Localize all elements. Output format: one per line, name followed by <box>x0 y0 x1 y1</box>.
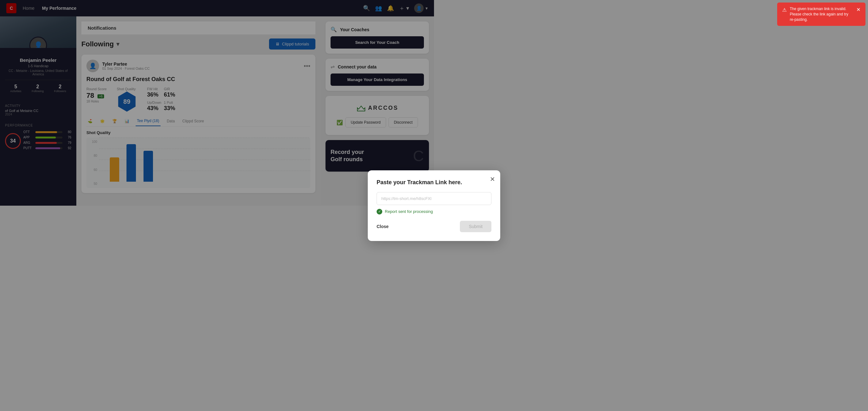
modal-title: Paste your Trackman Link here. <box>377 179 434 186</box>
trackman-link-input[interactable] <box>377 192 434 205</box>
modal-overlay: Paste your Trackman Link here. ✕ ✓ Repor… <box>0 0 434 205</box>
trackman-modal: Paste your Trackman Link here. ✕ ✓ Repor… <box>368 170 434 206</box>
